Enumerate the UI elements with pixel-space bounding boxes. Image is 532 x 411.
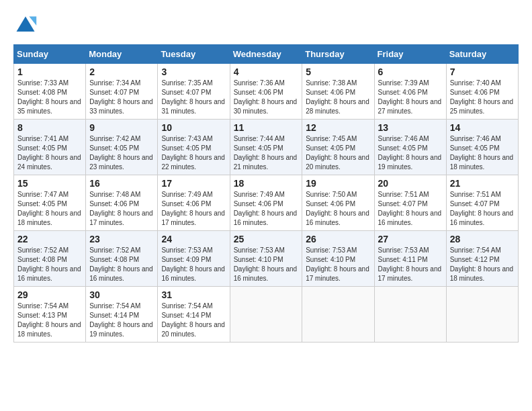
table-row: 4 Sunrise: 7:36 AMSunset: 4:06 PMDayligh… [230,64,302,120]
table-row: 29 Sunrise: 7:54 AMSunset: 4:13 PMDaylig… [14,287,86,342]
day-number: 11 [234,122,299,133]
day-info: Sunrise: 7:39 AMSunset: 4:06 PMDaylight:… [378,79,442,115]
day-number: 27 [378,234,443,244]
day-number: 14 [450,122,515,133]
day-info: Sunrise: 7:46 AMSunset: 4:05 PMDaylight:… [450,135,514,171]
table-row: 2 Sunrise: 7:34 AMSunset: 4:07 PMDayligh… [86,64,158,120]
empty-cell [446,287,518,342]
table-row: 23 Sunrise: 7:52 AMSunset: 4:08 PMDaylig… [86,231,158,287]
table-row: 31 Sunrise: 7:54 AMSunset: 4:14 PMDaylig… [158,287,230,342]
day-info: Sunrise: 7:36 AMSunset: 4:06 PMDaylight:… [234,79,298,115]
table-row: 27 Sunrise: 7:53 AMSunset: 4:11 PMDaylig… [374,231,446,287]
day-number: 21 [450,178,515,189]
header-wednesday: Wednesday [230,45,302,64]
day-info: Sunrise: 7:53 AMSunset: 4:10 PMDaylight:… [234,246,298,282]
table-row: 9 Sunrise: 7:42 AMSunset: 4:05 PMDayligh… [86,120,158,175]
day-number: 13 [378,122,443,133]
day-number: 9 [89,122,154,133]
day-info: Sunrise: 7:43 AMSunset: 4:05 PMDaylight:… [161,135,225,171]
table-row: 11 Sunrise: 7:44 AMSunset: 4:05 PMDaylig… [230,120,302,175]
table-row: 18 Sunrise: 7:49 AMSunset: 4:06 PMDaylig… [230,175,302,231]
day-number: 3 [161,66,226,77]
day-info: Sunrise: 7:52 AMSunset: 4:08 PMDaylight:… [89,246,153,282]
day-number: 26 [306,234,370,244]
day-info: Sunrise: 7:53 AMSunset: 4:10 PMDaylight:… [306,246,369,282]
day-number: 25 [234,234,299,244]
header-sunday: Sunday [14,45,86,64]
day-number: 16 [89,178,154,189]
day-info: Sunrise: 7:48 AMSunset: 4:06 PMDaylight:… [89,191,153,226]
day-info: Sunrise: 7:33 AMSunset: 4:08 PMDaylight:… [17,79,81,115]
day-number: 22 [17,234,82,244]
day-info: Sunrise: 7:45 AMSunset: 4:05 PMDaylight:… [306,135,369,171]
day-info: Sunrise: 7:46 AMSunset: 4:05 PMDaylight:… [378,135,442,171]
day-info: Sunrise: 7:54 AMSunset: 4:13 PMDaylight:… [17,302,81,338]
day-number: 5 [306,66,370,77]
day-number: 15 [17,178,82,189]
day-info: Sunrise: 7:54 AMSunset: 4:12 PMDaylight:… [450,246,514,282]
logo-icon [13,13,38,38]
day-number: 31 [161,289,226,300]
day-info: Sunrise: 7:51 AMSunset: 4:07 PMDaylight:… [378,191,442,226]
day-info: Sunrise: 7:51 AMSunset: 4:07 PMDaylight:… [450,191,514,226]
table-row: 12 Sunrise: 7:45 AMSunset: 4:05 PMDaylig… [302,120,374,175]
day-number: 20 [378,178,443,189]
calendar-week-row: 15 Sunrise: 7:47 AMSunset: 4:05 PMDaylig… [14,175,519,231]
table-row: 14 Sunrise: 7:46 AMSunset: 4:05 PMDaylig… [446,120,518,175]
day-info: Sunrise: 7:50 AMSunset: 4:06 PMDaylight:… [306,191,369,226]
table-row: 19 Sunrise: 7:50 AMSunset: 4:06 PMDaylig… [302,175,374,231]
day-number: 6 [378,66,443,77]
header-friday: Friday [374,45,446,64]
calendar-week-row: 1 Sunrise: 7:33 AMSunset: 4:08 PMDayligh… [14,64,519,120]
empty-cell [302,287,374,342]
day-number: 19 [306,178,370,189]
page-header [13,13,519,38]
table-row: 16 Sunrise: 7:48 AMSunset: 4:06 PMDaylig… [86,175,158,231]
day-info: Sunrise: 7:47 AMSunset: 4:05 PMDaylight:… [17,191,81,226]
header-saturday: Saturday [446,45,518,64]
day-info: Sunrise: 7:54 AMSunset: 4:14 PMDaylight:… [161,302,225,338]
day-number: 4 [234,66,299,77]
day-info: Sunrise: 7:34 AMSunset: 4:07 PMDaylight:… [89,79,153,115]
table-row: 22 Sunrise: 7:52 AMSunset: 4:08 PMDaylig… [14,231,86,287]
day-number: 28 [450,234,515,244]
day-info: Sunrise: 7:54 AMSunset: 4:14 PMDaylight:… [89,302,153,338]
table-row: 28 Sunrise: 7:54 AMSunset: 4:12 PMDaylig… [446,231,518,287]
empty-cell [374,287,446,342]
table-row: 26 Sunrise: 7:53 AMSunset: 4:10 PMDaylig… [302,231,374,287]
day-number: 2 [89,66,154,77]
table-row: 30 Sunrise: 7:54 AMSunset: 4:14 PMDaylig… [86,287,158,342]
day-info: Sunrise: 7:49 AMSunset: 4:06 PMDaylight:… [234,191,298,226]
day-number: 10 [161,122,226,133]
day-number: 30 [89,289,154,300]
day-number: 29 [17,289,82,300]
day-info: Sunrise: 7:42 AMSunset: 4:05 PMDaylight:… [89,135,153,171]
table-row: 7 Sunrise: 7:40 AMSunset: 4:06 PMDayligh… [446,64,518,120]
empty-cell [230,287,302,342]
header-monday: Monday [86,45,158,64]
day-number: 24 [161,234,226,244]
day-number: 7 [450,66,515,77]
table-row: 5 Sunrise: 7:38 AMSunset: 4:06 PMDayligh… [302,64,374,120]
table-row: 24 Sunrise: 7:53 AMSunset: 4:09 PMDaylig… [158,231,230,287]
table-row: 1 Sunrise: 7:33 AMSunset: 4:08 PMDayligh… [14,64,86,120]
table-row: 8 Sunrise: 7:41 AMSunset: 4:05 PMDayligh… [14,120,86,175]
table-row: 13 Sunrise: 7:46 AMSunset: 4:05 PMDaylig… [374,120,446,175]
header-tuesday: Tuesday [158,45,230,64]
table-row: 15 Sunrise: 7:47 AMSunset: 4:05 PMDaylig… [14,175,86,231]
day-number: 1 [17,66,82,77]
day-info: Sunrise: 7:49 AMSunset: 4:06 PMDaylight:… [161,191,225,226]
weekday-header-row: Sunday Monday Tuesday Wednesday Thursday… [14,45,519,64]
day-info: Sunrise: 7:44 AMSunset: 4:05 PMDaylight:… [234,135,298,171]
calendar-week-row: 29 Sunrise: 7:54 AMSunset: 4:13 PMDaylig… [14,287,519,342]
day-number: 23 [89,234,154,244]
table-row: 25 Sunrise: 7:53 AMSunset: 4:10 PMDaylig… [230,231,302,287]
table-row: 21 Sunrise: 7:51 AMSunset: 4:07 PMDaylig… [446,175,518,231]
table-row: 10 Sunrise: 7:43 AMSunset: 4:05 PMDaylig… [158,120,230,175]
day-info: Sunrise: 7:35 AMSunset: 4:07 PMDaylight:… [161,79,225,115]
day-info: Sunrise: 7:53 AMSunset: 4:09 PMDaylight:… [161,246,225,282]
table-row: 6 Sunrise: 7:39 AMSunset: 4:06 PMDayligh… [374,64,446,120]
day-info: Sunrise: 7:53 AMSunset: 4:11 PMDaylight:… [378,246,442,282]
day-info: Sunrise: 7:38 AMSunset: 4:06 PMDaylight:… [306,79,369,115]
header-thursday: Thursday [302,45,374,64]
